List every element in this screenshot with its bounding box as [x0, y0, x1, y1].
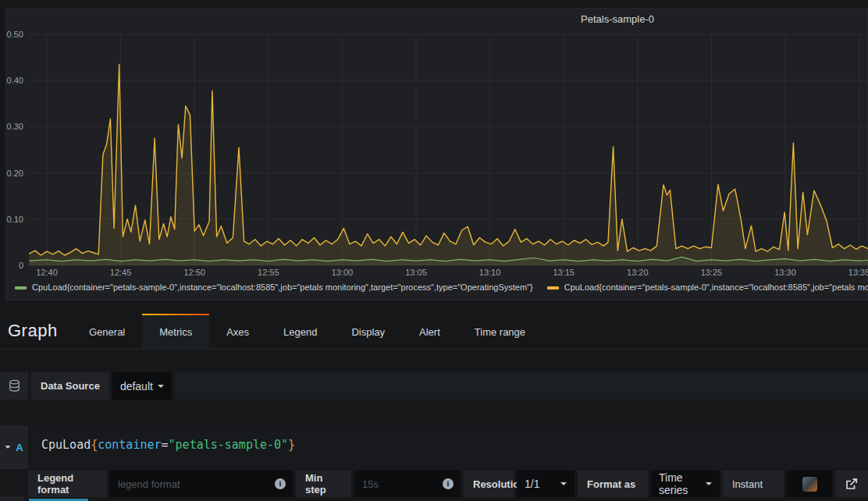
chevron-down-icon [560, 482, 567, 485]
legend-series-label: CpuLoad{container="petals-sample-0",inst… [32, 282, 533, 292]
next-query-row-gutter [0, 496, 23, 501]
x-tick-label: 13:30 [774, 268, 796, 277]
x-tick-label: 12:50 [183, 268, 205, 277]
chart-legend: CpuLoad{container="petals-sample-0",inst… [15, 282, 868, 292]
datasource-select[interactable]: default [112, 372, 172, 400]
series-area [29, 65, 868, 266]
min-step-input[interactable] [354, 471, 443, 497]
external-link-icon [845, 478, 858, 490]
legend-format-label: Legend format [28, 471, 107, 497]
resolution-select[interactable]: 1/1 [517, 471, 575, 497]
x-tick-label: 12:40 [36, 268, 58, 277]
query-token-brace: { [91, 438, 98, 452]
tab-label: Legend [283, 326, 317, 338]
query-editor[interactable]: CpuLoad{container="petals-sample-0"} [31, 425, 868, 469]
tab-label: Display [351, 326, 385, 338]
editor-tabs-bar: Graph General Metrics Axes Legend Displa… [0, 312, 868, 350]
query-token-brace: } [288, 438, 295, 452]
info-icon[interactable]: i [443, 478, 454, 489]
instant-checkbox[interactable] [802, 477, 817, 492]
tab-alert[interactable]: Alert [402, 314, 457, 350]
legend-entry-yellow[interactable]: CpuLoad{container="petals-sample-0",inst… [547, 282, 868, 292]
tab-label: Alert [419, 326, 440, 338]
instant-checkbox-cell [787, 471, 832, 497]
datasource-value: default [120, 380, 153, 393]
query-token-string: "petals-sample-0" [169, 438, 289, 452]
x-tick-label: 13:20 [627, 268, 649, 277]
tab-display[interactable]: Display [334, 314, 402, 350]
legend-series-label: CpuLoad{container="petals-sample-0",inst… [564, 282, 868, 292]
chevron-down-icon [158, 385, 164, 388]
active-tab-accent [142, 314, 209, 315]
query-gutter[interactable]: A [0, 425, 28, 469]
legend-series-marker [15, 286, 27, 290]
cpu-chart[interactable]: 00.100.200.300.400.5012:4012:4512:5012:5… [0, 0, 868, 312]
legend-format-input[interactable] [110, 471, 275, 497]
x-tick-label: 13:25 [701, 268, 723, 277]
y-tick-label: 0 [19, 261, 23, 270]
min-step-field: i [354, 471, 461, 497]
query-ref-id: A [16, 442, 23, 453]
external-link-button[interactable] [835, 471, 868, 497]
query-options-row: Legend format i Min step i Resolution 1/… [0, 471, 868, 497]
x-tick-label: 13:10 [479, 268, 501, 277]
tabs: General Metrics Axes Legend Display Aler… [72, 314, 542, 350]
datasource-label: Data Source [31, 372, 109, 400]
page-title: Graph [8, 321, 58, 341]
legend-entry-green[interactable]: CpuLoad{container="petals-sample-0",inst… [15, 282, 533, 292]
datasource-row-filler [175, 372, 868, 400]
min-step-label: Min step [296, 471, 351, 497]
info-icon[interactable]: i [275, 478, 286, 489]
x-tick-label: 12:45 [110, 268, 132, 277]
chevron-down-icon [706, 482, 712, 485]
format-as-label: Format as [578, 471, 648, 497]
tab-label: Axes [226, 326, 249, 338]
instant-label: Instant [723, 471, 784, 497]
legend-series-marker [547, 286, 559, 290]
tab-general[interactable]: General [72, 314, 142, 350]
x-tick-label: 13:00 [332, 268, 354, 277]
datasource-icon-cell [0, 372, 28, 400]
x-tick-label: 13:35 [848, 268, 868, 277]
query-token-plain: = [162, 438, 169, 452]
tab-legend[interactable]: Legend [266, 314, 334, 350]
datasource-row: Data Source default [0, 372, 868, 400]
query-token-plain: CpuLoad [41, 438, 91, 452]
resolution-label: Resolution [464, 471, 514, 497]
y-tick-label: 0.50 [7, 30, 23, 39]
query-row: A CpuLoad{container="petals-sample-0"} [0, 425, 868, 469]
tab-time-range[interactable]: Time range [457, 314, 542, 350]
tab-label: Time range [475, 326, 525, 338]
tab-axes[interactable]: Axes [209, 314, 266, 350]
y-tick-label: 0.40 [7, 76, 23, 85]
tab-metrics[interactable]: Metrics [142, 314, 209, 350]
database-icon [8, 379, 21, 393]
y-tick-label: 0.30 [7, 122, 23, 131]
x-tick-label: 13:15 [553, 268, 575, 277]
query-token-label: container [98, 438, 161, 452]
grafana-panel-editor: Petals-sample-0 00.100.200.300.400.5012:… [0, 0, 868, 501]
format-as-select[interactable]: Time series [651, 471, 720, 497]
tab-label: General [89, 326, 125, 338]
tab-label: Metrics [159, 326, 192, 338]
x-tick-label: 13:05 [405, 268, 427, 277]
collapse-caret-icon[interactable] [5, 446, 11, 449]
x-tick-label: 12:55 [258, 268, 279, 277]
resolution-value: 1/1 [525, 478, 539, 490]
y-tick-label: 0.10 [7, 215, 23, 224]
legend-format-field: i [110, 471, 293, 497]
y-tick-label: 0.20 [7, 169, 23, 178]
format-as-value: Time series [659, 471, 706, 496]
